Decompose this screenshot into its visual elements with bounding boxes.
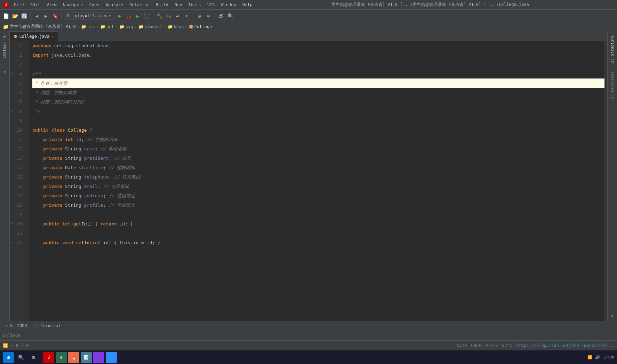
file-encoding[interactable]: UTF-8 xyxy=(485,343,498,348)
menu-tools[interactable]: Tools xyxy=(186,2,204,8)
app-logo: J xyxy=(3,2,9,8)
menu-refactor[interactable]: Refactor xyxy=(127,2,152,8)
network-icon: 📶 xyxy=(587,355,592,359)
code-line-18: private String profile; // 学校简介 xyxy=(32,200,604,210)
toolbar: 📄 📂 🔄 ◀ ▶ 🔖 DisplayAllStatus ▾ ▶ 🐞 ▶ ⬛ 🔨… xyxy=(0,10,617,22)
code-line-16: private String email; // 电子邮箱 xyxy=(32,182,604,191)
frame-button[interactable]: 🗗 xyxy=(218,12,225,20)
update-project-button[interactable]: ⬆ xyxy=(183,12,191,20)
line-endings[interactable]: CRLF xyxy=(471,343,481,348)
taskbar-app-3[interactable]: 🔥 xyxy=(68,352,79,363)
separator-3 xyxy=(153,13,153,19)
code-editor[interactable]: 1 2 3 ▾4 5 6 7 ▴8 9 10 11 12 13 14 15 xyxy=(10,41,607,321)
code-line-17: private String address; // 通信地址 xyxy=(32,191,604,200)
task-view[interactable]: ⊟ xyxy=(28,352,39,363)
menu-code[interactable]: Code xyxy=(87,2,102,8)
sync-button[interactable]: 🔄 xyxy=(20,12,28,20)
project-panel-toggle[interactable]: 1: Project xyxy=(1,33,8,61)
menu-file[interactable]: File xyxy=(11,2,27,8)
breadcrumb-src[interactable]: 📁 src xyxy=(81,24,95,29)
breadcrumb-sep-5: › xyxy=(163,24,166,29)
menu-window[interactable]: Window xyxy=(218,2,239,8)
new-file-button[interactable]: 📄 xyxy=(2,12,10,20)
stop-button[interactable]: ⬛ xyxy=(143,12,151,20)
menu-view[interactable]: View xyxy=(44,2,59,8)
url[interactable]: https://blog.csdn.net/she_impossible... xyxy=(516,343,614,348)
forward-button[interactable]: ▶ xyxy=(42,12,50,20)
menu-help[interactable]: Help xyxy=(240,2,255,8)
structure-panel-toggle[interactable]: 2: Structure xyxy=(609,33,616,66)
ant-button[interactable]: 🐜 xyxy=(165,12,173,20)
terminal-icon: ⬛ xyxy=(34,323,39,328)
menu-analyze[interactable]: Analyze xyxy=(103,2,126,8)
taskbar-app-1[interactable]: J xyxy=(43,352,54,363)
bottom-tab-terminal[interactable]: ⬛ Terminal xyxy=(31,322,64,330)
bottom-tab-todo[interactable]: ☑ 6: TODO xyxy=(2,322,31,330)
tab-close-button[interactable]: ✕ xyxy=(51,34,54,38)
taskbar-app-6[interactable]: 🌐 xyxy=(106,352,117,363)
breadcrumb-college[interactable]: C College xyxy=(189,24,212,29)
breadcrumb-college-label: College xyxy=(194,24,212,29)
menu-vcs[interactable]: VCS xyxy=(205,2,218,8)
windows-taskbar: ⊞ 🔍 ⊟ J ⚙ 🔥 📝 🎵 🌐 📶 🔊 13:00 xyxy=(0,350,617,364)
error-count[interactable]: ⚠ 0 xyxy=(11,343,18,348)
open-button[interactable]: 📂 xyxy=(11,12,19,20)
start-button[interactable]: ⊞ xyxy=(3,352,14,363)
breadcrumb-sep-3: › xyxy=(115,24,118,29)
debug-button[interactable]: 🐞 xyxy=(125,12,133,20)
statusbar-right: 5:10 CRLF UTF-8 52°C https://blog.csdn.n… xyxy=(457,343,614,348)
code-line-15: private String telephone; // 联系电话 xyxy=(32,172,604,182)
recent-files-button[interactable]: 🔖 xyxy=(51,12,59,20)
breadcrumb-syq[interactable]: 📁 syq xyxy=(119,24,133,29)
breadcrumb-sep-1: › xyxy=(77,24,80,29)
line-numbers: 1 2 3 ▾4 5 6 7 ▴8 9 10 11 12 13 14 15 xyxy=(10,41,29,321)
tab-college-java[interactable]: C College.java ✕ xyxy=(10,32,58,41)
bottom-status-text: College xyxy=(3,333,21,338)
breadcrumb: 📁 学生信息管理系统 (余燕青) V1.0 › 📁 src › 📁 net › … xyxy=(0,22,617,31)
tab-java-icon: C xyxy=(14,35,17,38)
reload-button[interactable]: ↩ xyxy=(174,12,182,20)
breadcrumb-project[interactable]: 📁 学生信息管理系统 (余燕青) V1.0 xyxy=(3,24,76,30)
menu-build[interactable]: Build xyxy=(153,2,171,8)
run-button[interactable]: ▶ xyxy=(116,12,123,20)
back-button[interactable]: ◀ xyxy=(33,12,41,20)
favorites-star[interactable]: ★ xyxy=(611,313,614,321)
taskbar-icons: J ⚙ 🔥 📝 🎵 🌐 xyxy=(43,352,117,363)
search-everywhere-button[interactable]: 🔍 xyxy=(227,12,234,20)
breadcrumb-student[interactable]: 📁 student xyxy=(138,24,162,29)
menu-bar: File Edit View Navigate Code Analyze Ref… xyxy=(11,2,255,8)
code-content[interactable]: package net.syq.student.bean; import jav… xyxy=(29,41,604,321)
breadcrumb-net[interactable]: 📁 net xyxy=(100,24,114,29)
left-sidebar: 1: Project ⚙ xyxy=(0,31,10,321)
warning-count[interactable]: ⚡ 0 xyxy=(21,343,29,348)
code-line-1: package net.syq.student.bean; xyxy=(32,41,604,50)
taskbar-app-5[interactable]: 🎵 xyxy=(93,352,104,363)
search-taskbar[interactable]: 🔍 xyxy=(15,352,26,363)
run-configuration[interactable]: DisplayAllStatus ▾ xyxy=(64,13,114,19)
code-line-9 xyxy=(32,116,604,125)
taskbar-app-2[interactable]: ⚙ xyxy=(56,352,67,363)
code-line-19 xyxy=(32,210,604,219)
keymap-button[interactable]: ⌨ xyxy=(205,12,213,20)
taskbar-app-4[interactable]: 📝 xyxy=(81,352,92,363)
structure-icon[interactable]: ⚙ xyxy=(1,67,8,77)
todo-icon: ☑ xyxy=(6,323,8,328)
editor-tabs: C College.java ✕ xyxy=(10,31,607,41)
code-line-24: public void setId(int id) { this.id = id… xyxy=(32,238,604,247)
settings-button[interactable]: ⚙ xyxy=(196,12,203,20)
run-config-dropdown-icon: ▾ xyxy=(109,14,111,18)
code-line-10: public class College { xyxy=(32,125,604,135)
bottom-tabs: ☑ 6: TODO ⬛ Terminal xyxy=(0,321,617,331)
minimize-button[interactable]: — xyxy=(605,1,614,8)
build-project-button[interactable]: 🔨 xyxy=(156,12,163,20)
separator-5 xyxy=(215,13,215,19)
scrollbar[interactable] xyxy=(604,41,607,321)
menu-edit[interactable]: Edit xyxy=(27,2,43,8)
cursor-position[interactable]: 5:10 xyxy=(457,343,467,348)
run-with-coverage-button[interactable]: ▶ xyxy=(134,12,142,20)
code-line-4: /** xyxy=(32,69,604,78)
menu-navigate[interactable]: Navigate xyxy=(60,2,86,8)
breadcrumb-bean[interactable]: 📁 bean xyxy=(168,24,184,29)
favorites-panel-toggle[interactable]: 2: Favorites xyxy=(609,69,616,102)
menu-run[interactable]: Run xyxy=(172,2,185,8)
